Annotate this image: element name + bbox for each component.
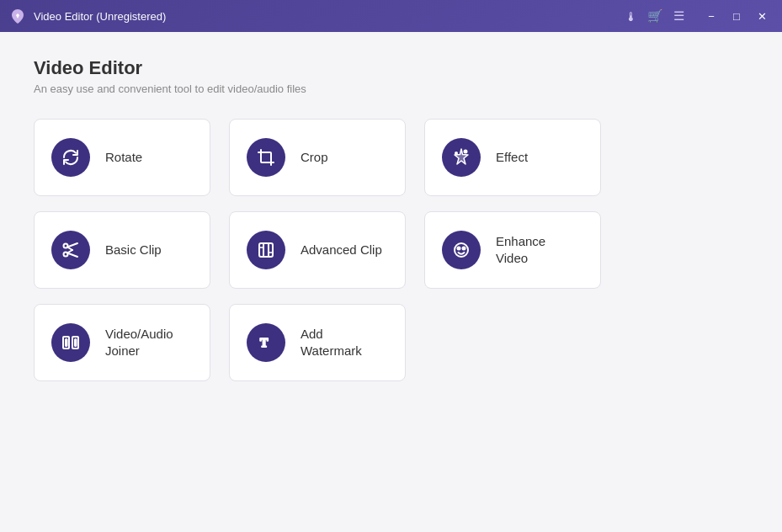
enhance-video-icon-bg bbox=[442, 231, 481, 269]
thermometer-icon[interactable]: 🌡 bbox=[625, 9, 637, 24]
svg-rect-13 bbox=[259, 243, 273, 257]
crop-icon-bg bbox=[247, 138, 285, 177]
basic-clip-icon-bg bbox=[51, 231, 90, 269]
advanced-clip-label: Advanced Clip bbox=[301, 242, 382, 258]
svg-line-12 bbox=[67, 250, 72, 253]
titlebar-left: Video Editor (Unregistered) bbox=[8, 7, 166, 25]
rotate-label: Rotate bbox=[105, 149, 142, 166]
watermark-icon: T bbox=[256, 332, 276, 353]
add-watermark-label: Add Watermark bbox=[301, 326, 362, 360]
svg-rect-24 bbox=[75, 339, 77, 346]
add-watermark-card[interactable]: T Add Watermark bbox=[229, 304, 406, 381]
crop-label: Crop bbox=[301, 149, 328, 166]
crop-card[interactable]: Crop bbox=[229, 119, 406, 196]
advanced-clip-card[interactable]: Advanced Clip bbox=[229, 211, 406, 289]
basic-clip-label: Basic Clip bbox=[105, 242, 162, 258]
titlebar-title: Video Editor (Unregistered) bbox=[34, 10, 166, 23]
watermark-icon-bg: T bbox=[247, 323, 285, 362]
main-content: Video Editor An easy use and convenient … bbox=[0, 32, 782, 532]
minimize-button[interactable]: − bbox=[700, 4, 723, 28]
close-button[interactable]: ✕ bbox=[750, 4, 774, 28]
cart-icon[interactable]: 🛒 bbox=[647, 8, 663, 24]
menu-icon[interactable]: ☰ bbox=[673, 8, 684, 24]
svg-point-6 bbox=[455, 152, 457, 154]
rotate-icon bbox=[61, 147, 81, 168]
scissors-icon bbox=[61, 240, 81, 260]
video-audio-joiner-card[interactable]: Video/Audio Joiner bbox=[34, 304, 210, 381]
enhance-video-card[interactable]: Enhance Video bbox=[424, 211, 601, 289]
rotate-icon-bg bbox=[51, 138, 90, 177]
window-controls: − □ ✕ bbox=[700, 4, 774, 28]
advanced-clip-icon-bg bbox=[247, 231, 285, 269]
svg-line-9 bbox=[67, 243, 77, 247]
svg-rect-0 bbox=[261, 152, 271, 162]
crop-icon bbox=[256, 147, 276, 168]
titlebar: Video Editor (Unregistered) 🌡 🛒 ☰ − □ ✕ bbox=[0, 0, 782, 32]
joiner-icon bbox=[61, 332, 81, 353]
rotate-card[interactable]: Rotate bbox=[34, 119, 210, 196]
page-subtitle: An easy use and convenient tool to edit … bbox=[34, 82, 748, 95]
titlebar-right: 🌡 🛒 ☰ − □ ✕ bbox=[625, 4, 774, 28]
maximize-button[interactable]: □ bbox=[725, 4, 748, 28]
effect-label: Effect bbox=[496, 149, 528, 166]
svg-text:T: T bbox=[260, 337, 269, 349]
app-logo-icon bbox=[8, 7, 27, 25]
svg-point-19 bbox=[458, 247, 460, 250]
enhance-video-label: Enhance Video bbox=[496, 233, 545, 268]
effect-icon-bg bbox=[442, 138, 481, 177]
basic-clip-card[interactable]: Basic Clip bbox=[34, 211, 210, 289]
effect-card[interactable]: Effect bbox=[424, 119, 601, 196]
tools-grid: Rotate Crop bbox=[34, 119, 748, 381]
enhance-icon bbox=[451, 240, 471, 260]
advanced-clip-icon bbox=[256, 240, 276, 260]
effect-icon bbox=[451, 147, 471, 168]
svg-rect-22 bbox=[66, 339, 67, 346]
joiner-icon-bg bbox=[51, 323, 90, 362]
video-audio-joiner-label: Video/Audio Joiner bbox=[105, 326, 173, 360]
svg-point-5 bbox=[465, 151, 467, 153]
page-title: Video Editor bbox=[34, 57, 748, 79]
svg-line-10 bbox=[67, 253, 77, 258]
svg-point-20 bbox=[463, 247, 465, 250]
